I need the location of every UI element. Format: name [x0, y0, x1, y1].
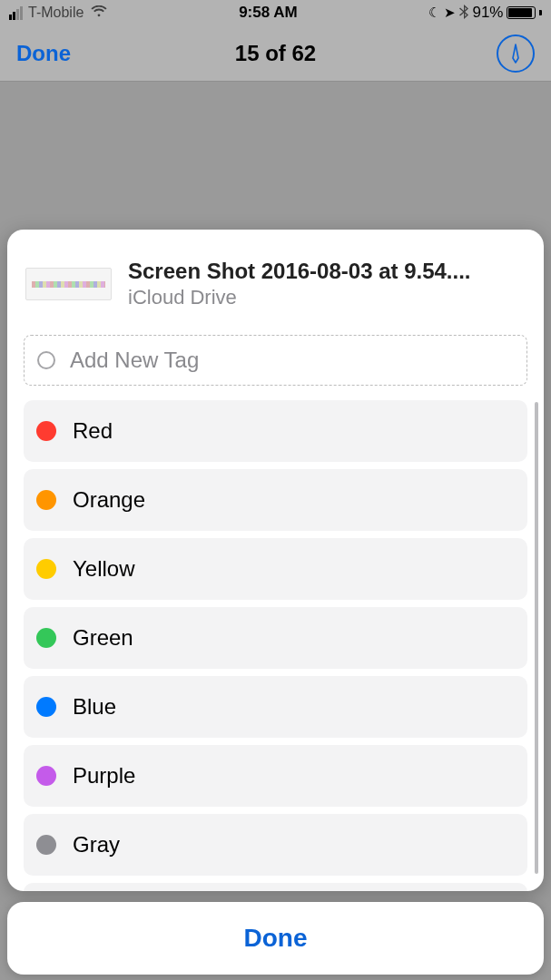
file-name: Screen Shot 2016-08-03 at 9.54....	[128, 259, 526, 284]
tag-row-green[interactable]: Green	[24, 607, 527, 669]
add-new-tag-label: Add New Tag	[70, 348, 199, 373]
tag-label: Green	[73, 625, 133, 651]
pen-icon	[506, 44, 526, 64]
file-thumbnail	[25, 268, 112, 300]
done-button[interactable]: Done	[7, 902, 544, 975]
nav-bar: Done 15 of 62	[0, 25, 551, 82]
tag-dot-icon	[36, 628, 56, 648]
wifi-icon	[91, 5, 107, 21]
status-left: T-Mobile	[9, 5, 107, 21]
tag-dot-icon	[36, 559, 56, 579]
tag-dot-icon	[36, 835, 56, 855]
tag-row-work[interactable]: Work	[24, 883, 527, 891]
tag-label: Blue	[73, 694, 116, 720]
tag-dot-icon	[36, 697, 56, 717]
carrier-label: T-Mobile	[28, 5, 84, 21]
nav-done-button[interactable]: Done	[16, 41, 71, 66]
tag-dot-icon	[36, 421, 56, 441]
markup-button[interactable]	[497, 34, 535, 73]
file-location: iCloud Drive	[128, 286, 526, 309]
status-bar: T-Mobile 9:58 AM ☾ ➤ 91%	[0, 0, 551, 25]
scroll-indicator	[535, 402, 538, 874]
battery-icon	[507, 6, 542, 19]
tag-row-orange[interactable]: Orange	[24, 469, 527, 531]
location-icon: ➤	[444, 5, 456, 21]
dnd-icon: ☾	[428, 5, 440, 21]
done-label: Done	[244, 924, 308, 953]
tags-sheet: Screen Shot 2016-08-03 at 9.54.... iClou…	[7, 230, 544, 891]
status-right: ☾ ➤ 91%	[428, 4, 542, 22]
tag-label: Red	[73, 418, 113, 444]
tag-row-purple[interactable]: Purple	[24, 745, 527, 807]
tag-row-blue[interactable]: Blue	[24, 676, 527, 738]
tag-outline-icon	[37, 351, 55, 369]
tag-label: Yellow	[73, 556, 135, 582]
signal-icon	[9, 6, 23, 20]
file-header: Screen Shot 2016-08-03 at 9.54.... iClou…	[20, 248, 531, 331]
tag-dot-icon	[36, 766, 56, 786]
tag-row-red[interactable]: Red	[24, 400, 527, 462]
tag-label: Orange	[73, 487, 145, 513]
battery-percent: 91%	[472, 4, 503, 22]
tag-label: Gray	[73, 832, 120, 858]
page-title: 15 of 62	[235, 41, 316, 66]
tag-row-gray[interactable]: Gray	[24, 814, 527, 876]
bluetooth-icon	[459, 5, 468, 22]
add-new-tag-field[interactable]: Add New Tag	[24, 335, 527, 386]
tag-row-yellow[interactable]: Yellow	[24, 538, 527, 600]
tag-dot-icon	[36, 490, 56, 510]
tag-list: Red Orange Yellow Green Blue Purple Gray	[20, 400, 531, 891]
status-time: 9:58 AM	[239, 4, 298, 22]
tag-label: Purple	[73, 763, 135, 789]
